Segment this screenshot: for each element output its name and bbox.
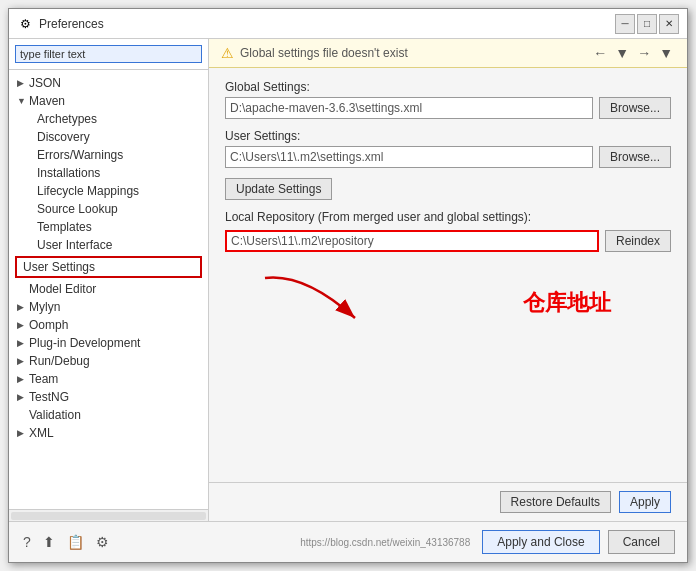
sidebar-item-label: TestNG [29,390,69,404]
warning-bar: ⚠ Global settings file doesn't exist ← ▼… [209,39,687,68]
minimize-button[interactable]: ─ [615,14,635,34]
sidebar-item-templates[interactable]: Templates [9,218,208,236]
local-repo-label: Local Repository (From merged user and g… [225,210,671,224]
sidebar-item-label: Model Editor [29,282,96,296]
tree-arrow: ▶ [17,302,29,312]
sidebar-item-errors-warnings[interactable]: Errors/Warnings [9,146,208,164]
sidebar-item-json[interactable]: ▶ JSON [9,74,208,92]
warning-icon: ⚠ [221,45,234,61]
sidebar-item-label: Errors/Warnings [37,148,123,162]
sidebar-item-label: Templates [37,220,92,234]
restore-defaults-button[interactable]: Restore Defaults [500,491,611,513]
sidebar-item-label: Mylyn [29,300,60,314]
sidebar-item-installations[interactable]: Installations [9,164,208,182]
url-label: https://blog.csdn.net/weixin_43136788 [250,537,475,548]
sidebar-item-label: Validation [29,408,81,422]
sidebar-item-label: User Settings [23,260,95,274]
local-repo-group: Local Repository (From merged user and g… [225,210,671,252]
maximize-button[interactable]: □ [637,14,657,34]
tree-arrow: ▶ [17,374,29,384]
tree-arrow: ▼ [17,96,29,106]
user-settings-group: User Settings: Browse... [225,129,671,168]
global-settings-browse-button[interactable]: Browse... [599,97,671,119]
close-button[interactable]: ✕ [659,14,679,34]
sidebar-item-label: Maven [29,94,65,108]
sidebar-item-label: XML [29,426,54,440]
footer-buttons: Restore Defaults Apply [209,482,687,521]
nav-forward-button[interactable]: → [635,45,653,61]
sidebar-item-label: Oomph [29,318,68,332]
apply-close-button[interactable]: Apply and Close [482,530,599,554]
global-settings-input[interactable] [225,97,593,119]
export-button[interactable]: ⬆ [41,532,57,552]
sidebar-item-run-debug[interactable]: ▶ Run/Debug [9,352,208,370]
sidebar: ▶ JSON ▼ Maven Archetypes Discovery Erro… [9,39,209,521]
sidebar-item-label: Team [29,372,58,386]
update-settings-button[interactable]: Update Settings [225,178,332,200]
sidebar-item-label: Lifecycle Mappings [37,184,139,198]
local-repo-input[interactable] [225,230,599,252]
user-settings-label: User Settings: [225,129,671,143]
import-button[interactable]: 📋 [65,532,86,552]
sidebar-item-mylyn[interactable]: ▶ Mylyn [9,298,208,316]
main-panel: ⚠ Global settings file doesn't exist ← ▼… [209,39,687,521]
sidebar-hscrollbar[interactable] [9,509,208,521]
tree-arrow: ▶ [17,338,29,348]
preferences-window: ⚙ Preferences ─ □ ✕ ▶ JSON ▼ Mave [8,8,688,563]
sidebar-item-archetypes[interactable]: Archetypes [9,110,208,128]
user-settings-input[interactable] [225,146,593,168]
sidebar-tree: ▶ JSON ▼ Maven Archetypes Discovery Erro… [9,70,208,509]
sidebar-item-model-editor[interactable]: Model Editor [9,280,208,298]
sidebar-item-label: Discovery [37,130,90,144]
sidebar-item-discovery[interactable]: Discovery [9,128,208,146]
settings-button[interactable]: ⚙ [94,532,111,552]
annotation-area: 仓库地址 [225,268,671,348]
sidebar-item-plugin-development[interactable]: ▶ Plug-in Development [9,334,208,352]
nav-back-button[interactable]: ← [591,45,609,61]
user-settings-browse-button[interactable]: Browse... [599,146,671,168]
tree-arrow: ▶ [17,78,29,88]
settings-body: Global Settings: Browse... User Settings… [209,68,687,482]
sidebar-item-team[interactable]: ▶ Team [9,370,208,388]
cancel-button[interactable]: Cancel [608,530,675,554]
local-repo-row: Reindex [225,230,671,252]
sidebar-item-user-settings[interactable]: User Settings [15,256,202,278]
content-area: ▶ JSON ▼ Maven Archetypes Discovery Erro… [9,39,687,521]
bottom-icons: ? ⬆ 📋 ⚙ [21,532,242,552]
sidebar-item-validation[interactable]: Validation [9,406,208,424]
filter-input[interactable] [15,45,202,63]
bottom-action-buttons: Apply and Close Cancel [482,530,675,554]
sidebar-item-user-interface[interactable]: User Interface [9,236,208,254]
nav-dropdown-button[interactable]: ▼ [613,45,631,61]
sidebar-item-testng[interactable]: ▶ TestNG [9,388,208,406]
tree-arrow: ▶ [17,392,29,402]
help-button[interactable]: ? [21,532,33,552]
sidebar-filter-area [9,39,208,70]
titlebar: ⚙ Preferences ─ □ ✕ [9,9,687,39]
sidebar-item-label: Archetypes [37,112,97,126]
update-settings-area: Update Settings [225,178,671,200]
window-icon: ⚙ [17,16,33,32]
sidebar-item-oomph[interactable]: ▶ Oomph [9,316,208,334]
tree-arrow: ▶ [17,428,29,438]
tree-arrow: ▶ [17,356,29,366]
nav-forward-dropdown-button[interactable]: ▼ [657,45,675,61]
global-settings-label: Global Settings: [225,80,671,94]
nav-buttons: ← ▼ → ▼ [591,45,675,61]
global-settings-group: Global Settings: Browse... [225,80,671,119]
sidebar-item-lifecycle-mappings[interactable]: Lifecycle Mappings [9,182,208,200]
bottom-bar: ? ⬆ 📋 ⚙ https://blog.csdn.net/weixin_431… [9,521,687,562]
sidebar-item-label: Source Lookup [37,202,118,216]
sidebar-item-label: Installations [37,166,100,180]
apply-button[interactable]: Apply [619,491,671,513]
titlebar-buttons: ─ □ ✕ [615,14,679,34]
window-title: Preferences [39,17,615,31]
sidebar-item-maven[interactable]: ▼ Maven [9,92,208,110]
global-settings-row: Browse... [225,97,671,119]
tree-arrow: ▶ [17,320,29,330]
sidebar-item-label: Plug-in Development [29,336,140,350]
sidebar-item-xml[interactable]: ▶ XML [9,424,208,442]
sidebar-item-label: JSON [29,76,61,90]
sidebar-item-source-lookup[interactable]: Source Lookup [9,200,208,218]
reindex-button[interactable]: Reindex [605,230,671,252]
